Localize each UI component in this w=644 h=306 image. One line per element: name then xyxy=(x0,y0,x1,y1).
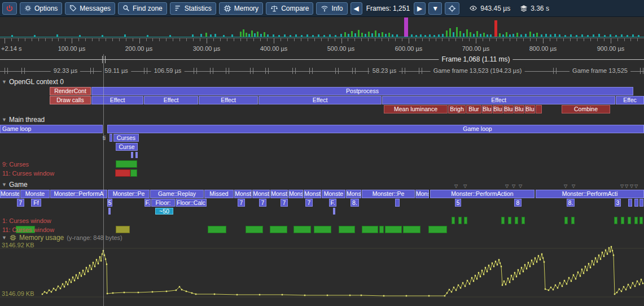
statistics-button[interactable]: Statistics xyxy=(170,2,216,15)
zone-bar[interactable] xyxy=(135,152,138,158)
zone-bar[interactable]: 7 xyxy=(305,199,313,207)
zone-bar[interactable]: Monst xyxy=(234,190,252,198)
zone-bar[interactable]: Floor: xyxy=(151,199,175,207)
zone-bar[interactable]: Monst xyxy=(270,190,288,198)
message-marker-icon[interactable]: ▽ xyxy=(634,183,638,189)
zone-bar[interactable] xyxy=(109,134,112,142)
zone-bar[interactable] xyxy=(428,226,447,233)
zone-bar[interactable]: Game loop xyxy=(0,125,103,133)
zone-bar[interactable] xyxy=(564,217,568,224)
zone-bar[interactable]: Brigh xyxy=(448,105,466,113)
zone-bar[interactable]: 7 xyxy=(238,199,245,207)
zone-bar[interactable]: Game::Replay xyxy=(150,190,204,198)
zone-bar[interactable] xyxy=(379,226,384,233)
zone-bar[interactable] xyxy=(458,217,462,224)
zone-bar[interactable]: Effect xyxy=(259,96,382,104)
zone-bar[interactable]: Blur xyxy=(493,105,503,113)
zone-bar[interactable] xyxy=(634,199,638,207)
zone-bar[interactable] xyxy=(501,217,505,224)
message-marker-icon[interactable]: ▽ xyxy=(512,183,515,189)
info-button[interactable]: Info xyxy=(316,2,347,15)
zone-bar[interactable] xyxy=(452,217,455,224)
zone-bar[interactable]: Effect xyxy=(91,96,143,104)
zone-bar[interactable] xyxy=(403,226,420,233)
zone-bar[interactable]: Mons xyxy=(346,190,361,198)
zone-bar[interactable]: Blur xyxy=(514,105,524,113)
zone-bar[interactable]: 3 xyxy=(615,199,621,207)
zone-bar[interactable]: Monster::PerformAction xyxy=(430,190,535,198)
zone-bar[interactable] xyxy=(293,226,311,233)
message-marker-icon[interactable]: ▽ xyxy=(463,183,467,189)
zone-bar[interactable] xyxy=(131,152,133,158)
zone-bar[interactable] xyxy=(208,226,226,233)
zone-bar[interactable] xyxy=(639,217,643,224)
message-marker-icon[interactable]: ▽ xyxy=(505,183,509,189)
zone-bar[interactable] xyxy=(571,217,575,224)
zone-bar[interactable] xyxy=(270,226,287,233)
zone-bar[interactable] xyxy=(333,208,335,215)
zone-bar[interactable] xyxy=(621,217,624,224)
zone-bar[interactable]: Effect xyxy=(382,96,615,104)
message-marker-icon[interactable]: ▽ xyxy=(454,183,458,189)
zone-bar[interactable]: Ff xyxy=(31,199,41,207)
zone-bar[interactable]: Game loop xyxy=(107,125,644,133)
zone-bar[interactable] xyxy=(314,226,331,233)
zone-bar[interactable] xyxy=(614,217,617,224)
zone-bar[interactable]: Monst xyxy=(288,190,303,198)
zone-bar[interactable]: Blur xyxy=(525,105,535,113)
prev-frame-button[interactable]: ◀ xyxy=(351,2,362,15)
section-header-opengl[interactable]: ▼ OpenGL context 0 xyxy=(2,78,64,86)
zone-bar[interactable]: 7 xyxy=(281,199,288,207)
messages-button[interactable]: Messages xyxy=(65,2,115,15)
zone-bar[interactable] xyxy=(395,199,400,207)
zone-bar[interactable] xyxy=(362,226,378,233)
zone-bar[interactable]: Blur xyxy=(482,105,492,113)
memory-button[interactable]: Memory xyxy=(219,2,263,15)
zone-bar[interactable] xyxy=(515,217,518,224)
zone-bar[interactable]: Curses xyxy=(113,134,139,142)
zone-bar[interactable] xyxy=(464,217,467,224)
options-button[interactable]: Options xyxy=(20,2,62,15)
zone-bar[interactable] xyxy=(508,217,511,224)
zone-bar[interactable]: Monste xyxy=(20,190,50,198)
zone-bar[interactable]: Missed xyxy=(204,190,234,198)
message-marker-icon[interactable]: ▽ xyxy=(572,183,575,189)
zone-bar[interactable]: Effect xyxy=(199,96,258,104)
zone-bar[interactable]: Blur xyxy=(466,105,481,113)
zone-bar[interactable]: Monst xyxy=(304,190,321,198)
zone-bar[interactable] xyxy=(639,199,643,207)
goto-frame-button[interactable] xyxy=(445,2,459,15)
zone-bar[interactable]: Monste xyxy=(322,190,345,198)
zone-bar[interactable]: Combine xyxy=(562,105,610,113)
message-marker-icon[interactable]: ▽ xyxy=(630,183,633,189)
zone-bar[interactable] xyxy=(385,226,402,233)
zone-bar[interactable] xyxy=(522,217,525,224)
power-button[interactable] xyxy=(2,2,17,15)
zone-bar[interactable]: Mons xyxy=(415,190,429,198)
zone-bar[interactable] xyxy=(116,160,137,168)
message-marker-icon[interactable]: ▽ xyxy=(564,183,567,189)
zone-bar[interactable]: Monster::Pe xyxy=(362,190,415,198)
zone-bar[interactable]: Floor::Calc xyxy=(176,199,207,207)
zone-bar[interactable]: Postprocess xyxy=(91,87,633,95)
next-frame-button[interactable]: ▶ xyxy=(414,2,426,15)
zone-bar[interactable]: Monst xyxy=(252,190,270,198)
zone-bar[interactable]: Curse xyxy=(116,143,138,151)
zone-bar[interactable]: 7 xyxy=(17,199,24,207)
section-header-game[interactable]: ▼ Game xyxy=(2,181,28,189)
zone-bar[interactable] xyxy=(116,226,130,233)
zone-bar[interactable]: Blur xyxy=(503,105,514,113)
zone-bar[interactable]: 8. xyxy=(567,199,575,207)
message-marker-icon[interactable]: ▽ xyxy=(620,183,624,189)
zone-bar[interactable]: 5 xyxy=(107,199,112,207)
message-marker-icon[interactable]: ▽ xyxy=(625,183,628,189)
section-header-main-thread[interactable]: ▼ Main thread xyxy=(2,116,45,124)
frame-set-dropdown-button[interactable]: ▼ xyxy=(428,2,442,15)
find-zone-button[interactable]: Find zone xyxy=(118,2,167,15)
compare-button[interactable]: Compare xyxy=(266,2,313,15)
zone-bar[interactable]: Monster::PerformA xyxy=(50,190,107,198)
zone-bar[interactable]: 8 xyxy=(514,199,522,207)
zone-bar[interactable] xyxy=(628,199,632,207)
zone-bar[interactable]: Monster::Pe xyxy=(108,190,150,198)
zone-bar[interactable] xyxy=(130,169,137,177)
